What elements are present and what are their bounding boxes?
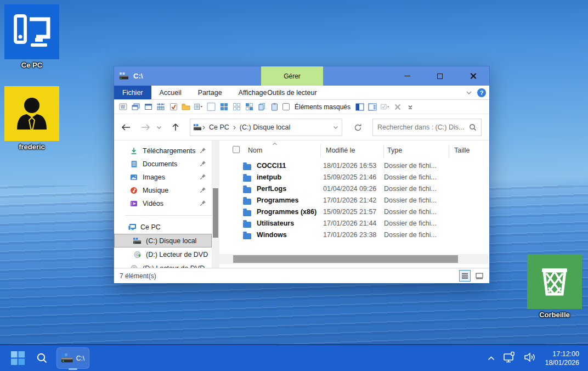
maximize-button[interactable]: [423, 66, 456, 86]
sidebar-scrollbar[interactable]: [212, 140, 219, 268]
help-icon[interactable]: [477, 88, 486, 97]
breadcrumb-disque-local[interactable]: (C:) Disque local: [236, 123, 293, 131]
taskbar-clock[interactable]: 17:12:00 18/01/2026: [545, 350, 579, 367]
file-row[interactable]: Programmes (x86)15/09/2025 21:57Dossier …: [219, 206, 489, 218]
medium-icons-icon[interactable]: [245, 103, 253, 111]
search-input[interactable]: [377, 123, 469, 131]
file-row[interactable]: Utilisateurs17/01/2026 21:44Dossier de f…: [219, 218, 489, 229]
desktop-icon-ce-pc[interactable]: Ce PC: [4, 4, 59, 69]
manage-ribbon-tab[interactable]: Gérer: [261, 66, 323, 86]
copy-icon[interactable]: [257, 103, 266, 111]
forward-button[interactable]: [139, 121, 152, 134]
file-name[interactable]: PerfLogs: [257, 185, 286, 193]
address-bar[interactable]: Ce PC (C:) Disque local: [190, 119, 342, 136]
window-icon[interactable]: [144, 103, 152, 111]
folder-icon: [243, 233, 251, 239]
sidebar-item-ce-pc[interactable]: Ce PC: [114, 220, 212, 234]
column-divider[interactable]: [383, 144, 384, 158]
horizontal-scrollbar[interactable]: [219, 254, 488, 264]
minimize-button[interactable]: [391, 66, 423, 86]
column-divider[interactable]: [449, 144, 449, 158]
taskbar-search-button[interactable]: [33, 345, 50, 371]
desktop-icon-corbeille[interactable]: Corbeille: [527, 254, 582, 319]
sidebar-item-videos[interactable]: Vidéos: [114, 197, 212, 210]
address-dropdown-chevron-icon[interactable]: [333, 126, 338, 130]
up-button[interactable]: [169, 121, 182, 134]
network-icon[interactable]: [503, 351, 516, 366]
file-name[interactable]: COCCI11: [257, 162, 286, 170]
cascade-windows-icon[interactable]: [131, 103, 140, 111]
column-header-nom[interactable]: Nom: [248, 147, 262, 154]
paste-icon[interactable]: [270, 103, 279, 111]
large-icons-icon[interactable]: [219, 103, 228, 111]
scrollbar-thumb[interactable]: [213, 188, 218, 238]
column-headers: Nom Modifié le Type Taille: [219, 140, 489, 160]
delete-icon[interactable]: [393, 103, 402, 111]
small-icons-icon[interactable]: [232, 103, 241, 111]
computer-icon[interactable]: [4, 4, 59, 59]
checked-checkbox-icon[interactable]: [169, 103, 178, 111]
list-size-dropdown-icon[interactable]: [194, 103, 203, 111]
sidebar-item-documents[interactable]: Documents: [114, 158, 212, 171]
user-silhouette-icon[interactable]: [4, 86, 59, 141]
back-button[interactable]: [120, 121, 133, 134]
minimize-icon: [404, 76, 410, 77]
search-icon[interactable]: [469, 123, 477, 131]
scrollbar-thumb[interactable]: [233, 255, 458, 263]
tab-fichier[interactable]: Fichier: [114, 86, 151, 99]
file-row[interactable]: COCCI1118/01/2026 16:53Dossier de fichi.…: [219, 160, 489, 172]
refresh-button[interactable]: [351, 121, 364, 134]
preview-pane-icon[interactable]: [368, 103, 377, 111]
checkbox-dropdown-icon[interactable]: [381, 103, 389, 111]
volume-icon[interactable]: [524, 352, 537, 365]
thumbnail-view-button[interactable]: [473, 270, 485, 282]
tab-accueil[interactable]: Accueil: [151, 86, 190, 99]
tab-partage[interactable]: Partage: [190, 86, 230, 99]
tab-outils-de-lecteur[interactable]: Outils de lecteur: [261, 86, 323, 100]
folder-icon: [243, 164, 251, 170]
wordpad-icon[interactable]: W: [118, 103, 127, 111]
column-header-taille[interactable]: Taille: [454, 147, 470, 154]
navigation-pane-icon[interactable]: [355, 103, 364, 111]
tray-chevron-up-icon[interactable]: [487, 353, 495, 363]
column-header-type[interactable]: Type: [387, 147, 402, 154]
title-bar[interactable]: C:\ Gérer: [114, 66, 489, 86]
chevron-down-icon[interactable]: [466, 91, 472, 95]
hidden-items-checkbox[interactable]: [282, 103, 290, 110]
recycle-bin-icon[interactable]: [527, 254, 582, 309]
file-name[interactable]: Programmes (x86): [257, 208, 316, 216]
select-all-checkbox[interactable]: [233, 146, 240, 153]
file-name[interactable]: Programmes: [257, 196, 298, 204]
sidebar-item-disque-local-c[interactable]: (C:) Disque local: [114, 234, 212, 248]
sidebar-item-telechargements[interactable]: Téléchargements: [114, 144, 212, 158]
hidden-items-label: Éléments masqués: [295, 103, 350, 111]
sidebar-item-lecteur-dvd-2[interactable]: (D:) Lecteur de DVD -: [114, 261, 212, 268]
file-modified: 15/09/2025 21:46: [323, 173, 376, 181]
ribbon-tab-row: Fichier Accueil Partage Affichage Outils…: [114, 86, 489, 100]
file-row[interactable]: PerfLogs01/04/2024 09:26Dossier de fichi…: [219, 183, 489, 195]
sidebar-item-label: Vidéos: [143, 200, 163, 207]
file-name[interactable]: inetpub: [257, 173, 281, 181]
sidebar-item-images[interactable]: Images: [114, 171, 212, 184]
file-row[interactable]: Programmes17/01/2026 21:42Dossier de fic…: [219, 195, 489, 206]
column-header-modifie-le[interactable]: Modifié le: [326, 147, 355, 154]
column-width-icon[interactable]: [156, 103, 165, 111]
search-box[interactable]: [372, 119, 482, 136]
sidebar-item-lecteur-dvd-1[interactable]: (D:) Lecteur de DVD: [114, 248, 212, 261]
column-divider[interactable]: [320, 144, 321, 158]
close-button[interactable]: [456, 66, 489, 86]
file-row[interactable]: inetpub15/09/2025 21:46Dossier de fichi.…: [219, 172, 489, 183]
start-button[interactable]: [9, 345, 26, 371]
desktop-icon-frederic[interactable]: frederic: [4, 86, 59, 151]
breadcrumb-ce-pc[interactable]: Ce PC: [206, 123, 233, 131]
sidebar-item-musique[interactable]: Musique: [114, 184, 212, 197]
recent-locations-chevron-icon[interactable]: [155, 121, 163, 134]
file-row[interactable]: Windows17/01/2026 23:38Dossier de fichi.…: [219, 229, 489, 241]
empty-box-icon[interactable]: [207, 103, 216, 111]
details-view-button[interactable]: [459, 270, 471, 282]
toolbar-overflow-icon[interactable]: [406, 103, 415, 111]
taskbar-app-explorer[interactable]: C:\: [56, 347, 89, 369]
file-name[interactable]: Windows: [257, 231, 287, 239]
folder-icon[interactable]: [182, 103, 190, 111]
file-name[interactable]: Utilisateurs: [257, 220, 294, 227]
